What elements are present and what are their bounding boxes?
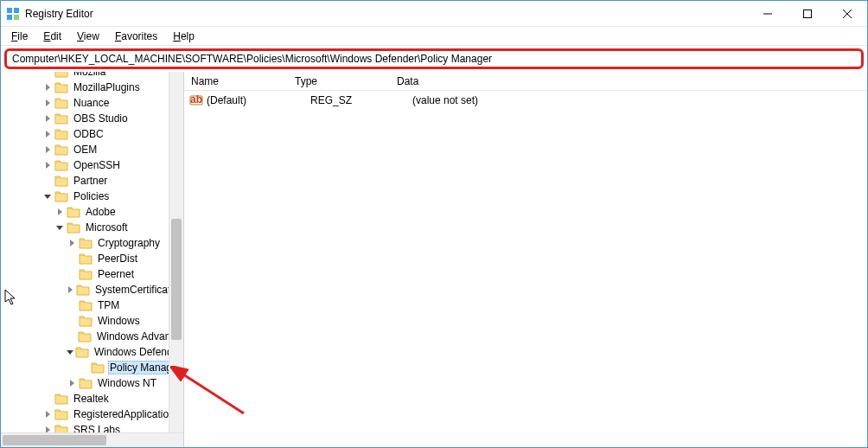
- chevron-right-icon[interactable]: [67, 239, 77, 248]
- tree-item-label: MozillaPlugins: [72, 80, 142, 94]
- tree-item[interactable]: Microsoft: [1, 220, 183, 235]
- chevron-right-icon[interactable]: [42, 426, 53, 433]
- menu-favorites[interactable]: Favorites: [108, 29, 164, 44]
- tree-item-label: Adobe: [84, 205, 118, 219]
- tree-item-label: ODBC: [72, 127, 105, 141]
- chevron-right-icon[interactable]: [42, 114, 53, 124]
- tree-item-label: OpenSSH: [72, 158, 122, 172]
- tree-view[interactable]: MozillaMozillaPluginsNuanceOBS StudioODB…: [1, 72, 183, 432]
- tree-item[interactable]: TPM: [1, 298, 183, 313]
- tree-item[interactable]: Adobe: [1, 204, 183, 220]
- titlebar: Registry Editor: [1, 1, 867, 27]
- registry-editor-window: Registry Editor File Edit View Favorites…: [0, 0, 868, 448]
- tree-item-label: Realtek: [72, 392, 111, 406]
- chevron-right-icon[interactable]: [67, 379, 77, 388]
- tree-item[interactable]: OEM: [1, 142, 183, 157]
- tree-item[interactable]: Cryptography: [1, 235, 183, 251]
- tree-item[interactable]: Nuance: [1, 95, 183, 111]
- chevron-right-icon[interactable]: [67, 285, 74, 295]
- folder-icon: [79, 237, 93, 249]
- tree-vertical-scrollbar[interactable]: [169, 72, 183, 432]
- menu-view[interactable]: View: [70, 29, 106, 44]
- menu-edit[interactable]: Edit: [36, 29, 68, 44]
- chevron-right-icon[interactable]: [42, 145, 53, 155]
- tree-item[interactable]: Policy Manager: [1, 360, 183, 375]
- tree-item[interactable]: Policies: [1, 189, 183, 204]
- column-header-data[interactable]: Data: [397, 75, 867, 87]
- chevron-right-icon[interactable]: [42, 130, 53, 139]
- folder-icon: [78, 330, 92, 342]
- tree-item[interactable]: SRS Labs: [1, 422, 183, 432]
- tree-item-label: TPM: [96, 298, 121, 312]
- menu-file[interactable]: File: [4, 29, 35, 44]
- folder-icon: [67, 221, 80, 234]
- values-header[interactable]: Name Type Data: [184, 72, 867, 91]
- tree-item-label: SRS Labs: [72, 423, 122, 432]
- folder-icon: [54, 81, 68, 93]
- tree-item-label: Microsoft: [84, 221, 130, 234]
- values-list[interactable]: ab (Default) REG_SZ (value not set): [184, 91, 867, 447]
- tree-item-label: OBS Studio: [72, 112, 130, 125]
- tree-item[interactable]: Windows NT: [1, 375, 183, 391]
- tree-item[interactable]: Windows Defender: [1, 344, 183, 360]
- scrollbar-thumb[interactable]: [3, 435, 106, 445]
- tree-horizontal-scrollbar[interactable]: [1, 432, 183, 447]
- tree-item-label: Mozilla: [72, 72, 107, 79]
- chevron-right-icon[interactable]: [54, 208, 65, 217]
- scrollbar-thumb[interactable]: [171, 219, 182, 340]
- svg-rect-0: [7, 8, 12, 13]
- folder-icon: [79, 299, 93, 311]
- folder-icon: [75, 346, 89, 358]
- folder-icon: [54, 72, 68, 78]
- window-title: Registry Editor: [25, 8, 93, 20]
- folder-icon: [54, 97, 68, 109]
- folder-icon: [54, 128, 68, 140]
- tree-item[interactable]: RegisteredApplications: [1, 406, 183, 422]
- folder-icon: [54, 175, 68, 187]
- tree-item[interactable]: Windows Advance: [1, 329, 183, 344]
- svg-text:ab: ab: [190, 93, 202, 106]
- tree-item[interactable]: MozillaPlugins: [1, 80, 183, 95]
- address-path: Computer\HKEY_LOCAL_MACHINE\SOFTWARE\Pol…: [12, 53, 492, 65]
- tree-item-label: Windows: [96, 314, 142, 328]
- chevron-down-icon[interactable]: [54, 223, 65, 233]
- tree-pane: MozillaMozillaPluginsNuanceOBS StudioODB…: [1, 72, 184, 447]
- folder-icon: [54, 408, 68, 420]
- string-value-icon: ab: [189, 93, 203, 107]
- folder-icon: [91, 362, 105, 374]
- tree-item[interactable]: OpenSSH: [1, 157, 183, 173]
- svg-rect-1: [14, 8, 19, 13]
- chevron-down-icon[interactable]: [42, 192, 53, 202]
- tree-item[interactable]: OBS Studio: [1, 111, 183, 126]
- folder-icon: [79, 315, 93, 327]
- tree-item[interactable]: Realtek: [1, 391, 183, 406]
- tree-item[interactable]: ODBC: [1, 126, 183, 142]
- folder-icon: [79, 268, 93, 280]
- menu-help[interactable]: Help: [166, 29, 201, 44]
- minimize-button[interactable]: [748, 1, 788, 26]
- folder-icon: [79, 377, 93, 389]
- tree-item[interactable]: PeerDist: [1, 251, 183, 266]
- folder-icon: [54, 424, 68, 432]
- tree-item[interactable]: Partner: [1, 173, 183, 189]
- tree-item-label: Windows NT: [96, 376, 158, 390]
- value-row[interactable]: ab (Default) REG_SZ (value not set): [189, 93, 867, 108]
- maximize-button[interactable]: [788, 1, 827, 26]
- close-button[interactable]: [827, 1, 867, 26]
- tree-item[interactable]: Windows: [1, 313, 183, 329]
- column-header-name[interactable]: Name: [191, 75, 295, 87]
- chevron-right-icon[interactable]: [42, 99, 53, 108]
- tree-item[interactable]: SystemCertificates: [1, 282, 183, 298]
- chevron-right-icon[interactable]: [42, 410, 53, 419]
- tree-item[interactable]: Mozilla: [1, 72, 183, 80]
- chevron-right-icon[interactable]: [42, 161, 53, 170]
- value-data: (value not set): [412, 94, 867, 106]
- folder-icon: [76, 284, 90, 296]
- tree-item[interactable]: Peernet: [1, 266, 183, 282]
- folder-icon: [54, 393, 68, 405]
- chevron-down-icon[interactable]: [67, 348, 73, 357]
- address-bar[interactable]: Computer\HKEY_LOCAL_MACHINE\SOFTWARE\Pol…: [4, 48, 864, 69]
- column-header-type[interactable]: Type: [295, 75, 397, 87]
- window-controls: [748, 1, 867, 26]
- chevron-right-icon[interactable]: [42, 83, 53, 93]
